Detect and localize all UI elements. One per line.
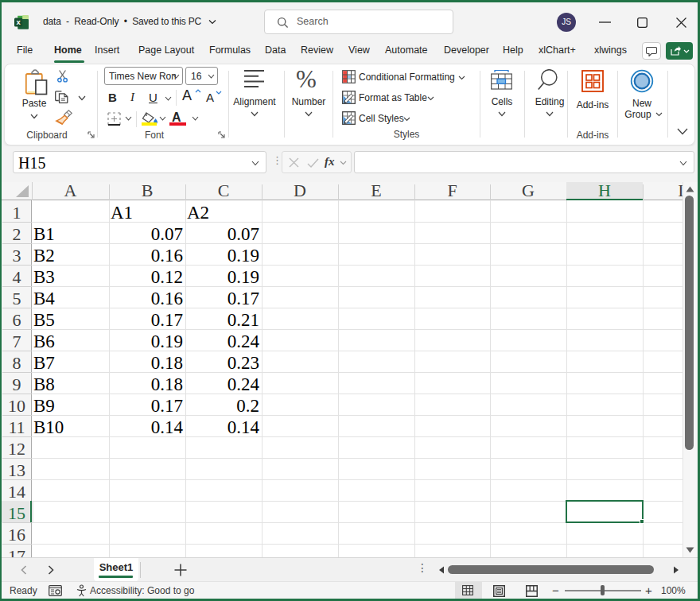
svg-text:x: x bbox=[16, 17, 21, 26]
